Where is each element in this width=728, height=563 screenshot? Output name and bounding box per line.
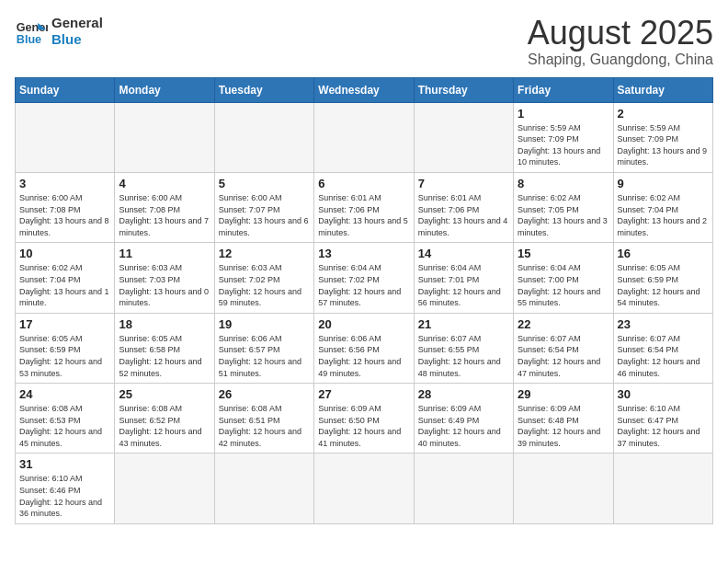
day-info: Sunrise: 6:08 AM Sunset: 6:51 PM Dayligh…	[219, 403, 310, 449]
day-number: 13	[318, 247, 409, 260]
logo-blue-text: Blue	[51, 31, 103, 48]
day-info: Sunrise: 6:02 AM Sunset: 7:04 PM Dayligh…	[19, 262, 110, 308]
day-number: 22	[518, 317, 609, 331]
day-info: Sunrise: 5:59 AM Sunset: 7:09 PM Dayligh…	[618, 122, 709, 168]
table-row: 1Sunrise: 5:59 AM Sunset: 7:09 PM Daylig…	[514, 102, 613, 172]
header-monday: Monday	[115, 77, 214, 102]
day-info: Sunrise: 6:03 AM Sunset: 7:02 PM Dayligh…	[219, 262, 310, 308]
day-info: Sunrise: 6:03 AM Sunset: 7:03 PM Dayligh…	[119, 262, 210, 308]
table-row: 4Sunrise: 6:00 AM Sunset: 7:08 PM Daylig…	[115, 172, 214, 242]
day-info: Sunrise: 6:05 AM Sunset: 6:59 PM Dayligh…	[19, 333, 110, 379]
table-row	[16, 102, 115, 172]
table-row: 23Sunrise: 6:07 AM Sunset: 6:54 PM Dayli…	[613, 313, 712, 383]
day-info: Sunrise: 6:10 AM Sunset: 6:47 PM Dayligh…	[618, 403, 709, 449]
logo: General Blue General Blue	[15, 15, 103, 48]
calendar-header-row: Sunday Monday Tuesday Wednesday Thursday…	[16, 77, 713, 102]
day-number: 16	[618, 247, 709, 260]
day-number: 6	[318, 177, 409, 190]
day-info: Sunrise: 6:09 AM Sunset: 6:49 PM Dayligh…	[418, 403, 509, 449]
header-friday: Friday	[514, 77, 613, 102]
day-info: Sunrise: 6:01 AM Sunset: 7:06 PM Dayligh…	[318, 192, 409, 238]
day-info: Sunrise: 6:00 AM Sunset: 7:08 PM Dayligh…	[19, 192, 110, 238]
day-info: Sunrise: 6:06 AM Sunset: 6:56 PM Dayligh…	[318, 333, 409, 379]
day-number: 30	[618, 387, 709, 401]
table-row: 11Sunrise: 6:03 AM Sunset: 7:03 PM Dayli…	[115, 243, 214, 313]
header-sunday: Sunday	[16, 77, 115, 102]
day-number: 2	[618, 107, 709, 121]
table-row: 30Sunrise: 6:10 AM Sunset: 6:47 PM Dayli…	[613, 384, 712, 454]
table-row: 27Sunrise: 6:09 AM Sunset: 6:50 PM Dayli…	[314, 384, 414, 454]
header-thursday: Thursday	[414, 77, 513, 102]
day-info: Sunrise: 6:05 AM Sunset: 6:59 PM Dayligh…	[618, 262, 709, 308]
logo-general-text: General	[51, 15, 103, 31]
table-row	[414, 454, 513, 523]
day-info: Sunrise: 6:02 AM Sunset: 7:04 PM Dayligh…	[618, 192, 709, 238]
day-number: 29	[518, 387, 609, 401]
table-row: 17Sunrise: 6:05 AM Sunset: 6:59 PM Dayli…	[16, 313, 115, 383]
day-number: 27	[318, 387, 409, 401]
day-info: Sunrise: 6:07 AM Sunset: 6:54 PM Dayligh…	[518, 333, 609, 379]
day-number: 24	[19, 387, 110, 401]
table-row	[115, 102, 214, 172]
day-info: Sunrise: 6:02 AM Sunset: 7:05 PM Dayligh…	[518, 192, 609, 238]
table-row: 28Sunrise: 6:09 AM Sunset: 6:49 PM Dayli…	[414, 384, 513, 454]
table-row: 20Sunrise: 6:06 AM Sunset: 6:56 PM Dayli…	[314, 313, 414, 383]
day-number: 9	[618, 177, 709, 190]
table-row: 15Sunrise: 6:04 AM Sunset: 7:00 PM Dayli…	[514, 243, 613, 313]
table-row: 21Sunrise: 6:07 AM Sunset: 6:55 PM Dayli…	[414, 313, 513, 383]
day-number: 12	[219, 247, 310, 260]
table-row: 29Sunrise: 6:09 AM Sunset: 6:48 PM Dayli…	[514, 384, 613, 454]
day-info: Sunrise: 6:05 AM Sunset: 6:58 PM Dayligh…	[119, 333, 210, 379]
title-area: August 2025 Shaping, Guangdong, China	[528, 15, 713, 68]
day-info: Sunrise: 6:00 AM Sunset: 7:07 PM Dayligh…	[219, 192, 310, 238]
table-row: 25Sunrise: 6:08 AM Sunset: 6:52 PM Dayli…	[115, 384, 214, 454]
table-row: 7Sunrise: 6:01 AM Sunset: 7:06 PM Daylig…	[414, 172, 513, 242]
table-row: 24Sunrise: 6:08 AM Sunset: 6:53 PM Dayli…	[16, 384, 115, 454]
day-number: 19	[219, 317, 310, 331]
table-row	[214, 102, 313, 172]
day-info: Sunrise: 6:09 AM Sunset: 6:50 PM Dayligh…	[318, 403, 409, 449]
table-row: 6Sunrise: 6:01 AM Sunset: 7:06 PM Daylig…	[314, 172, 414, 242]
table-row: 9Sunrise: 6:02 AM Sunset: 7:04 PM Daylig…	[613, 172, 712, 242]
month-title: August 2025	[528, 15, 713, 52]
day-number: 28	[418, 387, 509, 401]
logo-icon: General Blue	[15, 15, 48, 48]
calendar-table: Sunday Monday Tuesday Wednesday Thursday…	[15, 77, 713, 524]
table-row: 12Sunrise: 6:03 AM Sunset: 7:02 PM Dayli…	[214, 243, 313, 313]
table-row	[414, 102, 513, 172]
day-number: 31	[19, 457, 110, 471]
day-number: 18	[119, 317, 210, 331]
location-subtitle: Shaping, Guangdong, China	[528, 52, 713, 68]
day-info: Sunrise: 6:07 AM Sunset: 6:55 PM Dayligh…	[418, 333, 509, 379]
day-number: 10	[19, 247, 110, 260]
table-row	[115, 454, 214, 523]
table-row	[613, 454, 712, 523]
day-info: Sunrise: 6:01 AM Sunset: 7:06 PM Dayligh…	[418, 192, 509, 238]
table-row	[314, 454, 414, 523]
table-row: 31Sunrise: 6:10 AM Sunset: 6:46 PM Dayli…	[16, 454, 115, 523]
table-row: 19Sunrise: 6:06 AM Sunset: 6:57 PM Dayli…	[214, 313, 313, 383]
day-number: 5	[219, 177, 310, 190]
table-row	[514, 454, 613, 523]
table-row: 18Sunrise: 6:05 AM Sunset: 6:58 PM Dayli…	[115, 313, 214, 383]
svg-text:Blue: Blue	[17, 33, 41, 46]
day-info: Sunrise: 6:06 AM Sunset: 6:57 PM Dayligh…	[219, 333, 310, 379]
day-info: Sunrise: 6:08 AM Sunset: 6:53 PM Dayligh…	[19, 403, 110, 449]
day-info: Sunrise: 6:10 AM Sunset: 6:46 PM Dayligh…	[19, 473, 110, 519]
table-row: 14Sunrise: 6:04 AM Sunset: 7:01 PM Dayli…	[414, 243, 513, 313]
day-info: Sunrise: 6:07 AM Sunset: 6:54 PM Dayligh…	[618, 333, 709, 379]
table-row: 13Sunrise: 6:04 AM Sunset: 7:02 PM Dayli…	[314, 243, 414, 313]
table-row: 16Sunrise: 6:05 AM Sunset: 6:59 PM Dayli…	[613, 243, 712, 313]
day-number: 8	[518, 177, 609, 190]
day-number: 3	[19, 177, 110, 190]
table-row: 26Sunrise: 6:08 AM Sunset: 6:51 PM Dayli…	[214, 384, 313, 454]
table-row	[214, 454, 313, 523]
table-row: 8Sunrise: 6:02 AM Sunset: 7:05 PM Daylig…	[514, 172, 613, 242]
header-wednesday: Wednesday	[314, 77, 414, 102]
table-row: 22Sunrise: 6:07 AM Sunset: 6:54 PM Dayli…	[514, 313, 613, 383]
table-row	[314, 102, 414, 172]
day-number: 7	[418, 177, 509, 190]
day-number: 23	[618, 317, 709, 331]
day-info: Sunrise: 6:08 AM Sunset: 6:52 PM Dayligh…	[119, 403, 210, 449]
day-number: 26	[219, 387, 310, 401]
